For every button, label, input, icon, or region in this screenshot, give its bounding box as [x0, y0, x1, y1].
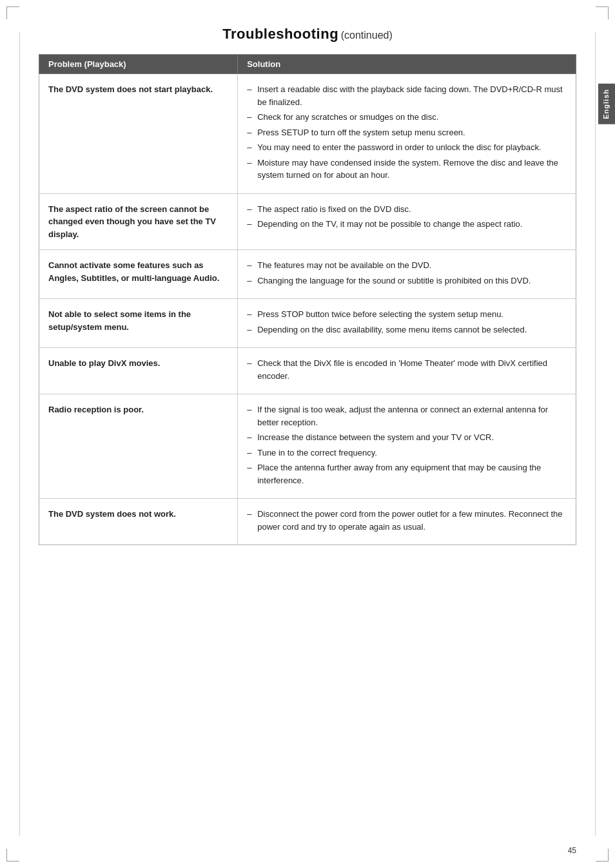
- table-header-row: Problem (Playback) Solution: [39, 55, 576, 74]
- solution-item: The aspect ratio is fixed on the DVD dis…: [247, 203, 567, 216]
- table-row: Unable to play DivX movies.Check that th…: [39, 348, 576, 394]
- solution-item: Place the antenna further away from any …: [247, 461, 567, 487]
- trim-line-right: [595, 32, 596, 836]
- problem-cell: Radio reception is poor.: [39, 394, 238, 499]
- solution-item: Check for any scratches or smudges on th…: [247, 111, 567, 124]
- solution-cell: Press STOP button twice before selecting…: [238, 299, 576, 348]
- solution-item: Increase the distance between the system…: [247, 431, 567, 444]
- solution-item: If the signal is too weak, adjust the an…: [247, 403, 567, 429]
- problem-text: Not able to select some items in the set…: [48, 309, 191, 332]
- language-tab: English: [598, 84, 615, 124]
- solution-item: Depending on the TV, it may not be possi…: [247, 218, 567, 231]
- solution-column-header: Solution: [238, 55, 576, 74]
- solution-list: The features may not be available on the…: [247, 259, 567, 287]
- page: English Troubleshooting (continued) Prob…: [0, 0, 615, 868]
- problem-cell: Not able to select some items in the set…: [39, 299, 238, 348]
- corner-mark-tl: [6, 6, 19, 19]
- problem-cell: Unable to play DivX movies.: [39, 348, 238, 394]
- corner-mark-tr: [596, 6, 609, 19]
- problem-text: Unable to play DivX movies.: [48, 358, 160, 368]
- table-row: Not able to select some items in the set…: [39, 299, 576, 348]
- solution-list: Press STOP button twice before selecting…: [247, 308, 567, 336]
- table-row: The DVD system does not work.Disconnect …: [39, 499, 576, 545]
- solution-item: Check that the DivX file is encoded in '…: [247, 357, 567, 382]
- solution-item: Press SETUP to turn off the system setup…: [247, 126, 567, 139]
- solution-cell: Check that the DivX file is encoded in '…: [238, 348, 576, 394]
- page-header: Troubleshooting (continued): [39, 26, 576, 43]
- corner-mark-br: [596, 849, 609, 862]
- page-title: Troubleshooting: [222, 26, 338, 42]
- problem-text: Cannot activate some features such as An…: [48, 260, 219, 283]
- table-row: Radio reception is poor.If the signal is…: [39, 394, 576, 499]
- solution-item: Depending on the disc availability, some…: [247, 323, 567, 336]
- solution-cell: Disconnect the power cord from the power…: [238, 499, 576, 545]
- solution-cell: The features may not be available on the…: [238, 250, 576, 299]
- problem-text: The aspect ratio of the screen cannot be…: [48, 204, 216, 239]
- solution-cell: If the signal is too weak, adjust the an…: [238, 394, 576, 499]
- problem-text: The DVD system does not work.: [48, 509, 176, 519]
- problem-text: Radio reception is poor.: [48, 405, 144, 414]
- solution-list: Disconnect the power cord from the power…: [247, 508, 567, 533]
- corner-mark-bl: [6, 849, 19, 862]
- problem-text: The DVD system does not start playback.: [48, 84, 213, 94]
- problem-cell: The DVD system does not start playback.: [39, 74, 238, 194]
- solution-item: You may need to enter the password in or…: [247, 141, 567, 154]
- solution-list: Check that the DivX file is encoded in '…: [247, 357, 567, 382]
- trim-line-left: [19, 32, 20, 836]
- troubleshoot-table: Problem (Playback) Solution The DVD syst…: [39, 54, 576, 545]
- solution-item: Moisture may have condensed inside the s…: [247, 157, 567, 182]
- table-row: Cannot activate some features such as An…: [39, 250, 576, 299]
- solution-item: Changing the language for the sound or s…: [247, 275, 567, 287]
- solution-list: If the signal is too weak, adjust the an…: [247, 403, 567, 487]
- solution-item: The features may not be available on the…: [247, 259, 567, 272]
- table-row: The DVD system does not start playback.I…: [39, 74, 576, 194]
- page-continued-label: (continued): [341, 30, 393, 41]
- page-number: 45: [568, 846, 576, 855]
- table-row: The aspect ratio of the screen cannot be…: [39, 193, 576, 250]
- solution-cell: Insert a readable disc with the playback…: [238, 74, 576, 194]
- solution-list: The aspect ratio is fixed on the DVD dis…: [247, 203, 567, 231]
- solution-list: Insert a readable disc with the playback…: [247, 83, 567, 182]
- problem-column-header: Problem (Playback): [39, 55, 238, 74]
- solution-item: Insert a readable disc with the playback…: [247, 83, 567, 108]
- problem-cell: The aspect ratio of the screen cannot be…: [39, 193, 238, 250]
- problem-cell: The DVD system does not work.: [39, 499, 238, 545]
- solution-cell: The aspect ratio is fixed on the DVD dis…: [238, 193, 576, 250]
- solution-item: Disconnect the power cord from the power…: [247, 508, 567, 533]
- solution-item: Press STOP button twice before selecting…: [247, 308, 567, 321]
- solution-item: Tune in to the correct frequency.: [247, 447, 567, 459]
- problem-cell: Cannot activate some features such as An…: [39, 250, 238, 299]
